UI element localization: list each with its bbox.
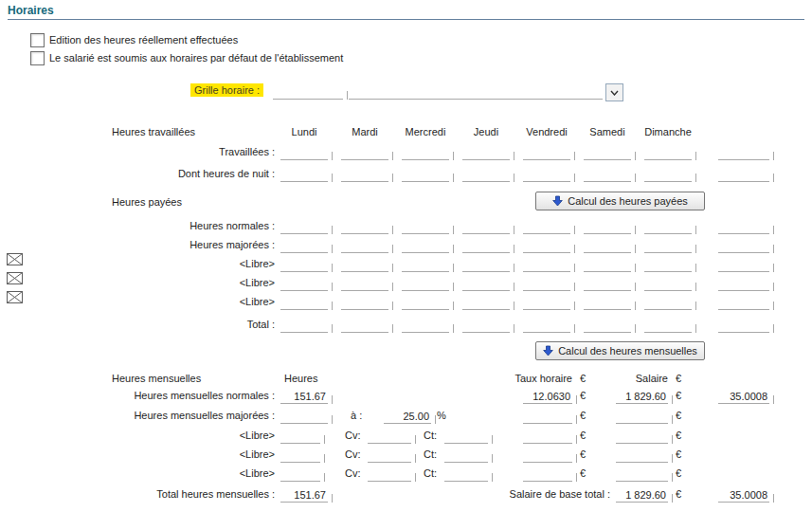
heures-majorees-field[interactable] [280, 240, 328, 253]
libre-field[interactable] [584, 297, 631, 310]
edit-real-hours-row: Edition des heures réellement effectuées [0, 33, 812, 48]
heures-normales-field[interactable] [280, 221, 328, 234]
libre-field[interactable] [341, 297, 388, 310]
libre-field[interactable] [402, 297, 449, 310]
libre-field[interactable] [644, 259, 692, 272]
ct-field[interactable] [444, 430, 488, 444]
monthly-libre-salaire-field[interactable] [616, 468, 668, 482]
monthly-libre-row-2: <Libre> Cv: Ct: € € [0, 447, 812, 464]
cv-field[interactable] [368, 449, 411, 463]
grille-code-field[interactable] [273, 86, 343, 100]
default-schedule-checkbox[interactable] [30, 51, 45, 65]
monthly-libre-heures-field[interactable] [280, 468, 320, 482]
libre-field[interactable] [462, 297, 510, 310]
grille-dropdown-button[interactable] [605, 83, 623, 101]
calc-paid-hours-button[interactable]: Calcul des heures payées [535, 192, 705, 210]
majorees-rate-field[interactable]: 25.00 [384, 411, 431, 424]
libre-field[interactable] [341, 278, 388, 291]
heures-normales-field[interactable] [644, 221, 692, 234]
default-schedule-label: Le salarié est soumis aux horaires par d… [49, 52, 343, 64]
monthly-libre-taux-field[interactable] [523, 449, 572, 463]
heures-majorees-field[interactable] [584, 240, 631, 253]
heures-nuit-field[interactable] [402, 169, 449, 182]
monthly-normales-salaire-field[interactable]: 1 829.60 [616, 391, 668, 404]
cv-field[interactable] [368, 468, 411, 482]
grille-name-field[interactable] [349, 86, 603, 100]
monthly-majorees-taux-field[interactable] [523, 411, 572, 424]
monthly-normales-taux-field[interactable]: 12.0630 [523, 391, 572, 404]
heures-majorees-field[interactable] [402, 240, 449, 253]
heures-nuit-field[interactable] [584, 169, 631, 182]
libre-field[interactable] [341, 259, 388, 272]
monthly-libre-taux-field[interactable] [523, 468, 572, 482]
heures-majorees-row: Heures majorées : [0, 237, 812, 254]
monthly-libre-row-1: <Libre> Cv: Ct: € € [0, 428, 812, 445]
libre-field[interactable] [644, 278, 692, 291]
travaillees-label: Travaillées : [0, 146, 275, 157]
salaire-column-header: Salaire [592, 373, 668, 384]
calc-monthly-hours-button[interactable]: Calcul des heures mensuelles [535, 341, 705, 360]
envelope-icon [7, 291, 23, 303]
libre-field[interactable] [280, 278, 328, 291]
libre-field[interactable] [402, 278, 449, 291]
heures-nuit-field[interactable] [523, 169, 570, 182]
heures-nuit-field[interactable] [462, 169, 510, 182]
euro-symbol: € [676, 467, 681, 479]
total-field [644, 320, 692, 333]
edit-real-hours-checkbox[interactable] [30, 33, 45, 47]
travaillees-field[interactable] [462, 147, 510, 160]
travaillees-field[interactable] [523, 147, 570, 160]
heures-nuit-field[interactable] [644, 169, 692, 182]
libre-formula-button-1[interactable] [7, 253, 23, 265]
ct-field[interactable] [444, 449, 488, 463]
cv-field[interactable] [368, 430, 411, 444]
heures-majorees-field[interactable] [462, 240, 510, 253]
heures-normales-field[interactable] [523, 221, 570, 234]
libre-field[interactable] [523, 278, 570, 291]
monthly-majorees-salaire-field[interactable] [616, 411, 668, 424]
heures-normales-field[interactable] [341, 221, 388, 234]
libre-field[interactable] [280, 297, 328, 310]
heures-normales-week-total-field [718, 221, 769, 234]
libre-field[interactable] [584, 278, 631, 291]
monthly-libre-taux-field[interactable] [523, 430, 572, 444]
monthly-normales-heures-field[interactable]: 151.67 [280, 391, 328, 404]
heures-majorees-field[interactable] [523, 240, 570, 253]
page-title: Horaires [8, 4, 54, 17]
heures-normales-field[interactable] [402, 221, 449, 234]
libre-label: <Libre> [0, 467, 275, 479]
libre-field[interactable] [584, 259, 631, 272]
monthly-libre-salaire-field[interactable] [616, 449, 668, 463]
libre-formula-button-3[interactable] [7, 291, 23, 303]
ct-field[interactable] [444, 468, 488, 482]
libre-field[interactable] [462, 278, 510, 291]
monthly-libre-heures-field[interactable] [280, 430, 320, 444]
libre-field[interactable] [402, 259, 449, 272]
heures-nuit-field[interactable] [280, 169, 328, 182]
heures-majorees-field[interactable] [341, 240, 388, 253]
monthly-normales-coef-field[interactable]: 35.0008 [718, 391, 769, 404]
travaillees-field[interactable] [280, 147, 328, 160]
heures-normales-field[interactable] [584, 221, 631, 234]
monthly-libre-heures-field[interactable] [280, 449, 320, 463]
libre-field[interactable] [280, 259, 328, 272]
heures-majorees-field[interactable] [644, 240, 692, 253]
travaillees-field[interactable] [584, 147, 631, 160]
monthly-normales-label: Heures mensuelles normales : [0, 390, 275, 401]
heures-nuit-field[interactable] [341, 169, 388, 182]
libre-field[interactable] [462, 259, 510, 272]
libre-formula-button-2[interactable] [7, 272, 23, 284]
monthly-majorees-heures-field[interactable] [280, 411, 328, 424]
libre-field[interactable] [523, 259, 570, 272]
travaillees-field[interactable] [644, 147, 692, 160]
libre-field[interactable] [644, 297, 692, 310]
monthly-libre-salaire-field[interactable] [616, 430, 668, 444]
monthly-total-coef-value: 35.0008 [730, 489, 767, 502]
libre-field[interactable] [523, 297, 570, 310]
ct-label: Ct: [424, 448, 437, 460]
heures-normales-field[interactable] [462, 221, 510, 234]
libre-week-total-field [718, 297, 769, 310]
day-header-mercredi: Mercredi [395, 126, 456, 137]
travaillees-field[interactable] [341, 147, 388, 160]
travaillees-field[interactable] [402, 147, 449, 160]
